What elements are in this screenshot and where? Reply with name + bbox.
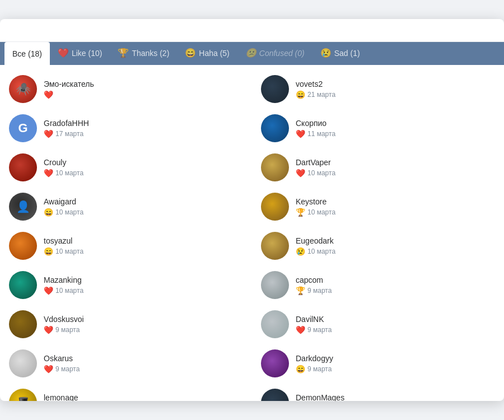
reaction-date: 21 марта <box>307 91 335 99</box>
user-info: capcom 🏆 9 марта <box>296 275 495 295</box>
avatar <box>261 75 289 103</box>
user-reaction: ❤️ 10 марта <box>44 286 243 295</box>
user-reaction: 🏆 10 марта <box>296 208 495 217</box>
reaction-emoji: ❤️ <box>44 325 53 334</box>
user-name: Awaigard <box>44 197 243 207</box>
user-info: Crouly ❤️ 10 марта <box>44 157 243 178</box>
user-row[interactable]: 🎩 lemonage 😄 9 марта <box>0 383 252 401</box>
reaction-emoji: 😢 <box>296 247 305 256</box>
tab-haha[interactable]: 😄Haha (5) <box>177 42 237 65</box>
avatar <box>261 271 289 299</box>
user-row[interactable]: Eugeodark 😢 10 марта <box>252 226 504 265</box>
reaction-emoji: ❤️ <box>296 325 305 334</box>
reaction-date: 11 марта <box>307 130 335 138</box>
reaction-date: 9 марта <box>307 326 332 334</box>
user-info: DartVaper ❤️ 10 марта <box>296 157 495 178</box>
user-reaction: 🏆 9 марта <box>296 286 495 295</box>
avatar: 🕷️ <box>9 75 37 103</box>
user-name: Darkdogyy <box>296 353 495 363</box>
avatar <box>261 349 289 377</box>
avatar <box>261 389 289 401</box>
users-grid: 🕷️ Эмо-искатель ❤️ vovets2 😄 21 марта G … <box>0 69 504 401</box>
user-name: tosyazul <box>44 236 243 246</box>
user-row[interactable]: 🕷️ Эмо-искатель ❤️ <box>0 69 252 109</box>
tab-all[interactable]: Все (18) <box>4 42 50 65</box>
user-row[interactable]: G GradofaHHH ❤️ 17 марта <box>0 109 252 148</box>
close-button[interactable] <box>488 29 493 34</box>
tab-sad[interactable]: 😢Sad (1) <box>312 42 368 65</box>
tab-label-confused: Confused (0) <box>259 49 305 58</box>
reaction-emoji: 😄 <box>296 90 305 99</box>
reaction-date: 10 марта <box>55 169 83 177</box>
reaction-emoji: 😄 <box>44 208 53 217</box>
tab-like[interactable]: ❤️Like (10) <box>50 42 110 65</box>
avatar <box>261 114 289 142</box>
avatar <box>9 310 37 338</box>
user-row[interactable]: DemonMages ❤️ 9 марта <box>252 383 504 401</box>
reaction-emoji: ❤️ <box>44 129 53 138</box>
user-name: vovets2 <box>296 79 495 89</box>
user-row[interactable]: Crouly ❤️ 10 марта <box>0 148 252 187</box>
user-name: Mazanking <box>44 275 243 285</box>
like-icon: ❤️ <box>58 48 69 58</box>
user-reaction: ❤️ 9 марта <box>44 365 243 374</box>
user-row[interactable]: Vdoskusvoi ❤️ 9 марта <box>0 305 252 344</box>
user-reaction: 😢 10 марта <box>296 247 495 256</box>
avatar <box>9 349 37 377</box>
user-row[interactable]: tosyazul 😄 10 марта <box>0 226 252 265</box>
tab-label-thanks: Thanks (2) <box>132 49 169 58</box>
user-row[interactable]: capcom 🏆 9 марта <box>252 265 504 305</box>
user-row[interactable]: vovets2 😄 21 марта <box>252 69 504 109</box>
user-name: DartVaper <box>296 157 495 167</box>
user-name: GradofaHHH <box>44 118 243 128</box>
user-name: Crouly <box>44 157 243 167</box>
reaction-date: 10 марта <box>307 208 335 216</box>
user-reaction: ❤️ 10 марта <box>296 169 495 178</box>
user-row[interactable]: DavilNK ❤️ 9 марта <box>252 305 504 344</box>
confused-icon: 😕 <box>245 48 256 58</box>
content-area: 🕷️ Эмо-искатель ❤️ vovets2 😄 21 марта G … <box>0 65 504 401</box>
user-row[interactable]: DartVaper ❤️ 10 марта <box>252 148 504 187</box>
user-reaction: 😄 21 марта <box>296 90 495 99</box>
user-row[interactable]: Mazanking ❤️ 10 марта <box>0 265 252 305</box>
reaction-emoji: ❤️ <box>44 365 53 374</box>
user-row[interactable]: 👤 Awaigard 😄 10 марта <box>0 187 252 226</box>
user-info: GradofaHHH ❤️ 17 марта <box>44 118 243 138</box>
user-reaction: ❤️ 11 марта <box>296 129 495 138</box>
avatar <box>9 153 37 181</box>
tab-label-all: Все (18) <box>12 49 42 58</box>
user-info: Эмо-искатель ❤️ <box>44 79 243 99</box>
avatar <box>261 310 289 338</box>
user-info: Keystore 🏆 10 марта <box>296 197 495 217</box>
user-row[interactable]: Darkdogyy 😄 9 марта <box>252 344 504 383</box>
tab-label-sad: Sad (1) <box>334 49 360 58</box>
user-name: Eugeodark <box>296 236 495 246</box>
user-name: DemonMages <box>296 393 495 401</box>
user-row[interactable]: Keystore 🏆 10 марта <box>252 187 504 226</box>
user-name: DavilNK <box>296 314 495 324</box>
modal-header <box>0 19 504 42</box>
user-info: Darkdogyy 😄 9 марта <box>296 353 495 374</box>
tab-confused: 😕Confused (0) <box>237 42 312 65</box>
user-info: DemonMages ❤️ 9 марта <box>296 393 495 401</box>
reaction-date: 10 марта <box>307 248 335 255</box>
tab-thanks[interactable]: 🏆Thanks (2) <box>110 42 177 65</box>
user-info: Awaigard 😄 10 марта <box>44 197 243 217</box>
avatar <box>9 232 37 260</box>
user-info: lemonage 😄 9 марта <box>44 393 243 401</box>
user-info: Mazanking ❤️ 10 марта <box>44 275 243 295</box>
haha-icon: 😄 <box>185 48 196 58</box>
user-reaction: ❤️ <box>44 90 243 99</box>
avatar: 🎩 <box>9 389 37 401</box>
reaction-date: 10 марта <box>55 287 83 295</box>
user-info: Oskarus ❤️ 9 марта <box>44 353 243 374</box>
reaction-emoji: 🏆 <box>296 208 305 217</box>
reaction-emoji: ❤️ <box>296 129 305 138</box>
modal: Все (18)❤️Like (10)🏆Thanks (2)😄Haha (5)😕… <box>0 19 504 401</box>
user-row[interactable]: Скорпио ❤️ 11 марта <box>252 109 504 148</box>
user-row[interactable]: Oskarus ❤️ 9 марта <box>0 344 252 383</box>
thanks-icon: 🏆 <box>118 48 129 58</box>
reaction-date: 10 марта <box>55 208 83 216</box>
user-name: Oskarus <box>44 353 243 363</box>
user-info: Скорпио ❤️ 11 марта <box>296 118 495 138</box>
